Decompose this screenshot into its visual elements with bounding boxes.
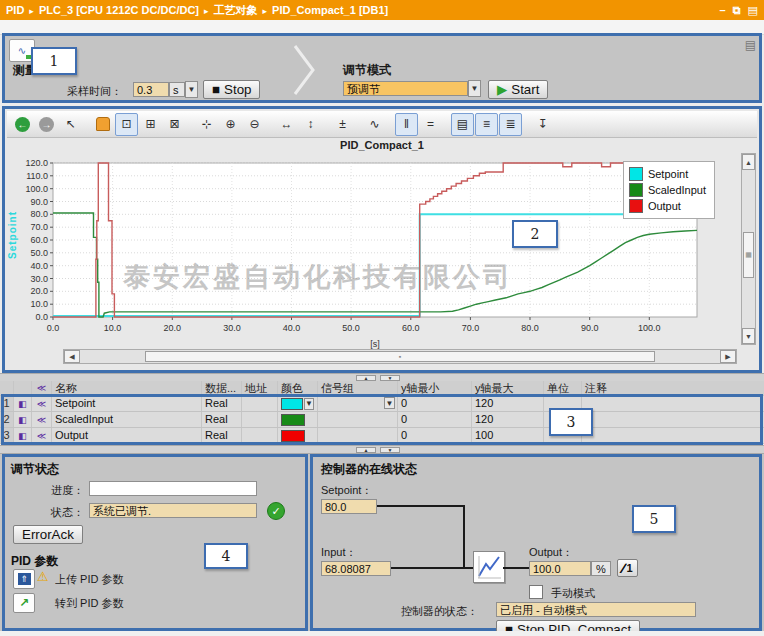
goto-pid-params-button[interactable]: ↗ [13, 593, 35, 613]
header-data-type[interactable]: 数据... [202, 381, 242, 395]
zoom-select-icon[interactable]: ⊡ [115, 113, 138, 136]
y-tick-label: 60.0 [30, 235, 48, 245]
fit-vertical-icon[interactable]: ↕ [299, 113, 322, 136]
visibility-glasses-icon[interactable]: ≪ [32, 396, 52, 411]
breadcrumb-item[interactable]: PID [6, 4, 24, 16]
header-name[interactable]: 名称 [52, 381, 202, 395]
manual-mode-row[interactable]: 手动模式 [529, 585, 595, 601]
header-comment[interactable]: 注释 [582, 381, 764, 395]
header-address[interactable]: 地址 [242, 381, 278, 395]
chart-vertical-scrollbar[interactable]: ▲ ▦ ▼ [741, 153, 756, 345]
fit-horizontal-icon[interactable]: ↔ [275, 113, 298, 136]
breadcrumb-item[interactable]: 工艺对象 [214, 4, 258, 16]
splitter-bottom[interactable]: ▲ ▼ [0, 445, 764, 454]
zoom-out-icon[interactable]: ⊖ [243, 113, 266, 136]
pan-zoom-icon[interactable]: ⊹ [195, 113, 218, 136]
color-swatch[interactable] [281, 398, 303, 410]
setpoint-value-field[interactable]: 80.0 [321, 499, 377, 514]
table-row[interactable]: 3◧≪OutputReal0100 [0, 428, 764, 444]
minimize-icon[interactable]: – [720, 4, 726, 17]
y-axis-max[interactable]: 120 [472, 412, 544, 427]
vertical-rulers-icon[interactable]: ‖ [395, 113, 418, 136]
tuning-mode-title: 调节模式 [343, 62, 391, 79]
y-axis-min[interactable]: 0 [398, 428, 472, 443]
scale-values-icon[interactable]: ± [331, 113, 354, 136]
table-row[interactable]: 1◧≪SetpointReal▼▼0120 [0, 396, 764, 412]
breadcrumb-items[interactable]: PID▸PLC_3 [CPU 1212C DC/DC/DC]▸工艺对象▸PID_… [6, 3, 393, 18]
breadcrumb: PID▸PLC_3 [CPU 1212C DC/DC/DC]▸工艺对象▸PID_… [0, 0, 764, 20]
header-color[interactable]: 颜色 [278, 381, 318, 395]
signal-name[interactable]: Setpoint [52, 396, 202, 411]
signal-color[interactable]: ▼ [278, 396, 318, 411]
scroll-up-icon[interactable]: ▲ [742, 154, 755, 170]
collapse-down-icon[interactable]: ▼ [380, 447, 400, 453]
align-right-icon[interactable]: ≣ [499, 113, 522, 136]
vscroll-thumb[interactable]: ▦ [743, 232, 754, 278]
header-signal-group[interactable]: 信号组 [318, 381, 398, 395]
scroll-left-icon[interactable]: ◀ [64, 350, 80, 363]
manual-output-button[interactable]: ∕∕1 [617, 559, 638, 577]
manual-mode-checkbox[interactable] [529, 585, 543, 599]
color-swatch[interactable] [281, 430, 305, 442]
zoom-in-icon[interactable]: ⊕ [219, 113, 242, 136]
horizontal-rulers-icon[interactable]: = [419, 113, 442, 136]
zoom-region-icon[interactable]: ⊞ [139, 113, 162, 136]
sample-time-dropdown-icon[interactable]: ▼ [185, 81, 198, 98]
chart-horizontal-scrollbar[interactable]: ◀ ▪ ▶ [63, 349, 737, 364]
signal-group[interactable]: ▼ [318, 396, 398, 411]
upload-pid-params-button[interactable]: ⇑ [13, 569, 35, 589]
signal-name[interactable]: Output [52, 428, 202, 443]
header-y-min[interactable]: y轴最小 [398, 381, 472, 395]
breadcrumb-item[interactable]: PID_Compact_1 [DB1] [272, 4, 388, 16]
upload-pid-params-label[interactable]: 上传 PID 参数 [55, 572, 123, 587]
stop-measure-button[interactable]: ■ Stop [203, 80, 260, 99]
scroll-right-icon[interactable]: ▶ [720, 350, 736, 363]
window-menu-icon[interactable]: ▤ [748, 4, 758, 17]
panel-menu-icon[interactable]: ▤ [745, 38, 756, 52]
tuning-mode-select[interactable]: 预调节 [343, 81, 468, 96]
signal-color[interactable] [278, 412, 318, 427]
y-axis-min[interactable]: 0 [398, 412, 472, 427]
legend-swatch [629, 183, 643, 197]
align-left-icon[interactable]: ≡ [475, 113, 498, 136]
collapse-up-icon[interactable]: ▲ [356, 447, 376, 453]
color-swatch[interactable] [281, 414, 305, 426]
visibility-glasses-icon[interactable]: ≪ [32, 428, 52, 443]
y-axis-max[interactable]: 100 [472, 428, 544, 443]
header-unit[interactable]: 单位 [544, 381, 582, 395]
forward-icon[interactable]: → [35, 113, 58, 136]
goto-pid-params-label[interactable]: 转到 PID 参数 [55, 596, 123, 611]
table-row[interactable]: 2◧≪ScaledInputReal0120 [0, 412, 764, 428]
hscroll-thumb[interactable]: ▪ [145, 351, 656, 362]
color-dropdown-icon[interactable]: ▼ [304, 398, 314, 410]
y-axis-max[interactable]: 120 [472, 396, 544, 411]
zoom-dynamic-icon[interactable]: ⊠ [163, 113, 186, 136]
y-tick-label: 70.0 [30, 222, 48, 232]
sample-time-input[interactable]: 0.3 [133, 82, 169, 97]
signal-name[interactable]: ScaledInput [52, 412, 202, 427]
visibility-glasses-icon[interactable]: ≪ [32, 412, 52, 427]
x-tick-label: 0.0 [47, 323, 60, 333]
breadcrumb-item[interactable]: PLC_3 [CPU 1212C DC/DC/DC] [39, 4, 199, 16]
y-axis-min[interactable]: 0 [398, 396, 472, 411]
legend-icon[interactable]: ▤ [451, 113, 474, 136]
signal-group[interactable] [318, 428, 398, 443]
output-value-field[interactable]: 100.0 [529, 561, 591, 576]
pan-hand-icon[interactable] [91, 113, 114, 136]
output-label: Output： [529, 545, 573, 560]
error-ack-button[interactable]: ErrorAck [13, 525, 83, 544]
start-tuning-button[interactable]: ▶ Start [488, 80, 548, 99]
signal-color[interactable] [278, 428, 318, 443]
select-pointer-icon[interactable]: ↖ [59, 113, 82, 136]
scroll-down-icon[interactable]: ▼ [742, 328, 755, 344]
header-y-max[interactable]: y轴最大 [472, 381, 544, 395]
input-value-field[interactable]: 68.08087 [321, 561, 391, 576]
curve-display-icon[interactable]: ∿ [363, 113, 386, 136]
signal-comment [582, 396, 764, 411]
signal-group-dropdown-icon[interactable]: ▼ [384, 397, 395, 409]
tuning-mode-dropdown-icon[interactable]: ▼ [468, 80, 481, 97]
restore-icon[interactable]: ⧉ [733, 4, 741, 17]
signal-group[interactable] [318, 412, 398, 427]
back-icon[interactable]: ← [11, 113, 34, 136]
export-icon[interactable]: ↧ [531, 113, 554, 136]
